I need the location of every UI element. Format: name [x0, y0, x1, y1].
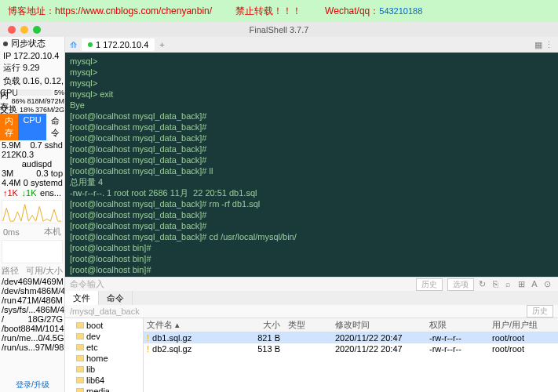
- warning-icon: !: [147, 344, 149, 354]
- watermark-banner: 博客地址：https://www.cnblogs.com/chenyanbin/…: [0, 0, 558, 22]
- close-icon[interactable]: [8, 26, 16, 34]
- add-tab-button[interactable]: +: [159, 40, 164, 49]
- options-button[interactable]: 选项: [447, 278, 474, 291]
- window-title: FinalShell 3.7.7: [250, 25, 309, 34]
- terminal-line: 总用量 4: [70, 176, 553, 187]
- terminal-line: Bye: [70, 100, 553, 111]
- path-history-button[interactable]: 历史: [527, 305, 553, 318]
- disk-row: /sys/fs/...486M/486M: [0, 305, 64, 314]
- process-row: 212K0.3 audispd: [0, 150, 64, 169]
- folder-icon: [76, 322, 84, 328]
- toolbar-icons[interactable]: ↻ ⎘ ⌕ ⊞ A ⊙: [479, 279, 553, 289]
- terminal-line: [root@localhost mysql_data_back]#: [70, 132, 553, 143]
- folder-icon: [76, 377, 84, 383]
- terminal-line: [root@localhost mysql_data_back]#: [70, 154, 553, 165]
- tree-item[interactable]: lib64: [67, 375, 141, 386]
- terminal-line: [root@localhost bin]#: [70, 253, 553, 264]
- terminal-line: mysql>: [70, 67, 553, 78]
- home-icon[interactable]: ⟰: [70, 40, 77, 50]
- disk-row: /dev/shm486M/486M: [0, 286, 64, 296]
- terminal-line: mysql> exit: [70, 89, 553, 100]
- folder-icon: [76, 344, 84, 350]
- terminal-line: [root@localhost mysql_data_back]#: [70, 220, 553, 231]
- process-row: 4.4M0 systemd: [0, 178, 64, 187]
- tree-item[interactable]: boot: [67, 320, 141, 331]
- warning-icon: !: [147, 333, 149, 343]
- tree-item[interactable]: home: [67, 353, 141, 364]
- command-input[interactable]: 命令输入: [70, 278, 104, 290]
- folder-tree[interactable]: bootdevetchomeliblib64mediamntmysql_data…: [65, 318, 144, 392]
- terminal-line: mysql>: [70, 56, 553, 67]
- terminal-line: [root@localhost bin]#: [70, 275, 553, 277]
- status-sidebar: 同步状态 IP 172.20.10.4 运行 9.29 负载 0.16, 0.1…: [0, 37, 65, 392]
- path-display[interactable]: /mysql_data_back: [70, 307, 140, 316]
- disk-row: /run471M/486M: [0, 296, 64, 305]
- metric-tabs[interactable]: 内存CPU命令: [0, 114, 64, 140]
- tree-item[interactable]: etc: [67, 342, 141, 353]
- terminal-line: [root@localhost bin]#: [70, 264, 553, 275]
- ip-label: IP 172.20.10.4: [0, 50, 64, 61]
- file-list[interactable]: 文件名 ▴大小类型修改时间权限用户/用户组 !db1.sql.gz821 B20…: [144, 318, 558, 392]
- terminal-line: -rw-r--r--. 1 root root 2686 11月 22 20:5…: [70, 187, 553, 198]
- terminal-line: mysql>: [70, 78, 553, 89]
- folder-icon: [76, 355, 84, 361]
- terminal-line: [root@localhost mysql_data_back]# rm -rf…: [70, 198, 553, 209]
- folder-icon: [76, 333, 84, 339]
- minimize-icon[interactable]: [20, 26, 28, 34]
- disk-row: /18G/27G: [0, 314, 64, 324]
- terminal-line: [root@localhost mysql_data_back]#: [70, 143, 553, 154]
- tree-item[interactable]: dev: [67, 331, 141, 342]
- terminal-line: [root@localhost mysql_data_back]# cd /us…: [70, 231, 553, 242]
- folder-icon: [76, 388, 84, 392]
- terminal-line: [root@localhost mysql_data_back]#: [70, 122, 553, 132]
- terminal-line: [root@localhost mysql_data_back]#: [70, 209, 553, 220]
- file-tabs[interactable]: 文件命令: [65, 291, 558, 305]
- terminal[interactable]: mysql>mysql>mysql>mysql> exitBye[root@lo…: [65, 53, 558, 277]
- grid-icon[interactable]: ▦ ⋮: [534, 40, 553, 50]
- blog-link[interactable]: https://www.cnblogs.com/chenyanbin/: [55, 5, 212, 16]
- connection-tabs[interactable]: ⟰ 1 172.20.10.4 + ▦ ⋮: [65, 37, 558, 53]
- login-link[interactable]: 登录/升级: [16, 379, 49, 390]
- disk-row: /run/us...97M/98M: [0, 343, 64, 352]
- maximize-icon[interactable]: [33, 26, 41, 34]
- host-tab[interactable]: 1 172.20.10.4: [82, 38, 155, 51]
- tree-item[interactable]: lib: [67, 364, 141, 375]
- network-chart: [2, 200, 63, 223]
- window-titlebar: FinalShell 3.7.7: [0, 22, 558, 37]
- terminal-line: [root@localhost mysql_data_back]# ll: [70, 165, 553, 176]
- latency-chart: [2, 240, 63, 263]
- disk-row: /dev469M/469M: [0, 277, 64, 286]
- disk-row: /boot884M/1014M: [0, 324, 64, 333]
- file-row[interactable]: !db1.sql.gz821 B2020/11/22 20:47-rw-r--r…: [144, 332, 558, 343]
- tree-item[interactable]: media: [67, 386, 141, 392]
- file-row[interactable]: !db2.sql.gz513 B2020/11/22 20:47-rw-r--r…: [144, 343, 558, 354]
- status-dot-icon: [3, 42, 8, 46]
- terminal-line: [root@localhost bin]#: [70, 242, 553, 253]
- process-row: 3M0.3 top: [0, 169, 64, 178]
- history-button[interactable]: 历史: [416, 278, 443, 291]
- terminal-line: [root@localhost mysql_data_back]#: [70, 111, 553, 122]
- folder-icon: [76, 366, 84, 372]
- process-row: 5.9M0.7 sshd: [0, 140, 64, 150]
- disk-row: /run/me...0/4.5G: [0, 333, 64, 343]
